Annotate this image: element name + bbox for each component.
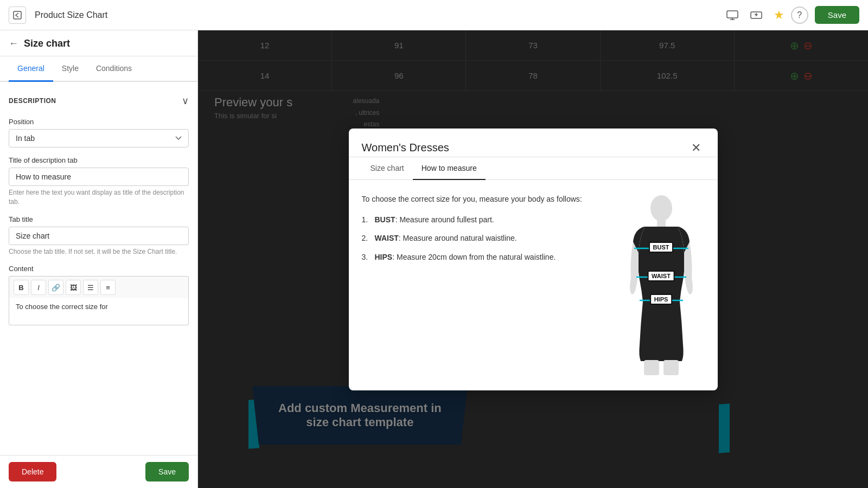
editor-toolbar: B I 🔗 🖼 ☰ ≡: [9, 276, 189, 298]
section-arrow-icon: ∨: [182, 95, 189, 107]
tab-style[interactable]: Style: [53, 56, 87, 82]
desktop-icon[interactable]: [724, 7, 741, 24]
save-button[interactable]: Save: [145, 462, 189, 481]
svg-rect-1: [727, 11, 738, 18]
sidebar-title: Size chart: [24, 38, 70, 49]
sidebar: ← Size chart General Style Conditions DE…: [0, 30, 198, 488]
image-button[interactable]: 🖼: [66, 280, 81, 295]
modal-tab-size-chart[interactable]: Size chart: [362, 157, 413, 180]
figure-svg: [623, 193, 699, 377]
modal: Women's Dresses ✕ Size chart How to meas…: [349, 129, 718, 390]
tab-title-hint: Choose the tab title. If not set, it wil…: [9, 247, 189, 256]
item-text: BUST: Measure around fullest part.: [375, 214, 494, 226]
modal-intro: To choose the correct size for you, meas…: [362, 193, 605, 205]
svg-rect-5: [644, 360, 659, 375]
svg-rect-6: [663, 360, 679, 375]
main-layout: ← Size chart General Style Conditions DE…: [0, 30, 868, 488]
title-description-field: Title of description tab Enter here the …: [9, 156, 189, 207]
star-icon[interactable]: ★: [774, 8, 784, 22]
content-label: Content: [9, 265, 189, 273]
measurement-figure: BUST WAIST HIPS: [623, 193, 699, 377]
item-num: 3.: [362, 251, 373, 263]
item-text: HIPS: Measure 20cm down from the natural…: [375, 251, 556, 263]
position-label: Position: [9, 118, 189, 126]
toolbar-icons: [724, 7, 765, 24]
modal-tab-how-to-measure[interactable]: How to measure: [413, 157, 486, 180]
sidebar-bottom: Delete Save: [0, 455, 197, 488]
modal-close-button[interactable]: ✕: [687, 139, 705, 157]
hips-label: HIPS: [650, 294, 673, 305]
waist-label: WAIST: [647, 271, 675, 281]
bust-label: BUST: [649, 242, 674, 253]
bold-button[interactable]: B: [14, 280, 29, 295]
app-title: Product Size Chart: [35, 10, 715, 20]
back-button[interactable]: [9, 7, 26, 24]
title-label: Title of description tab: [9, 156, 189, 164]
title-input[interactable]: [9, 168, 189, 186]
modal-measurements-list: 1. BUST: Measure around fullest part. 2.…: [362, 214, 605, 263]
modal-body: To choose the correct size for you, meas…: [349, 180, 718, 390]
svg-rect-4: [657, 219, 666, 227]
sidebar-tabs: General Style Conditions: [0, 56, 197, 82]
content-area: 12 91 73 97.5 ⊕ ⊖ 14 96 78 102.5 ⊕ ⊖: [198, 30, 868, 488]
italic-button[interactable]: I: [31, 280, 46, 295]
modal-header: Women's Dresses ✕: [349, 129, 718, 157]
item-num: 1.: [362, 214, 373, 226]
list-button[interactable]: ☰: [83, 280, 98, 295]
tab-conditions[interactable]: Conditions: [87, 56, 141, 82]
resize-icon[interactable]: [748, 7, 765, 24]
section-label: DESCRIPTION: [9, 97, 56, 105]
list-item: 1. BUST: Measure around fullest part.: [362, 214, 605, 226]
modal-text: To choose the correct size for you, meas…: [362, 193, 605, 377]
description-section-header[interactable]: DESCRIPTION ∨: [9, 91, 189, 111]
sidebar-content: DESCRIPTION ∨ Position In tab Title of d…: [0, 82, 197, 455]
top-save-button[interactable]: Save: [815, 6, 859, 24]
tab-title-label: Tab title: [9, 215, 189, 223]
modal-tabs: Size chart How to measure: [349, 157, 718, 180]
ordered-list-button[interactable]: ≡: [100, 280, 116, 295]
tab-general[interactable]: General: [9, 56, 53, 82]
svg-point-3: [650, 195, 672, 221]
top-bar: Product Size Chart ★ ? Save: [0, 0, 868, 30]
content-field: Content B I 🔗 🖼 ☰ ≡ To choose the correc…: [9, 265, 189, 325]
sidebar-back-icon[interactable]: ←: [9, 38, 18, 49]
help-icon[interactable]: ?: [791, 7, 808, 24]
position-select[interactable]: In tab: [9, 129, 189, 147]
modal-overlay[interactable]: Women's Dresses ✕ Size chart How to meas…: [198, 30, 868, 488]
link-button[interactable]: 🔗: [48, 280, 63, 295]
delete-button[interactable]: Delete: [9, 462, 56, 481]
svg-rect-0: [14, 11, 21, 19]
top-bar-right: ★ ? Save: [774, 6, 859, 24]
item-text: WAIST: Measure around natural waistline.: [375, 232, 517, 244]
content-editor[interactable]: To choose the correct size for: [9, 298, 189, 325]
item-num: 2.: [362, 232, 373, 244]
list-item: 2. WAIST: Measure around natural waistli…: [362, 232, 605, 244]
title-hint: Enter here the text you want display as …: [9, 188, 189, 207]
tab-title-field: Tab title Choose the tab title. If not s…: [9, 215, 189, 256]
position-field: Position In tab: [9, 118, 189, 147]
modal-title: Women's Dresses: [362, 142, 449, 154]
modal-image-area: BUST WAIST HIPS: [618, 193, 705, 377]
tab-title-input[interactable]: [9, 227, 189, 245]
list-item: 3. HIPS: Measure 20cm down from the natu…: [362, 251, 605, 263]
